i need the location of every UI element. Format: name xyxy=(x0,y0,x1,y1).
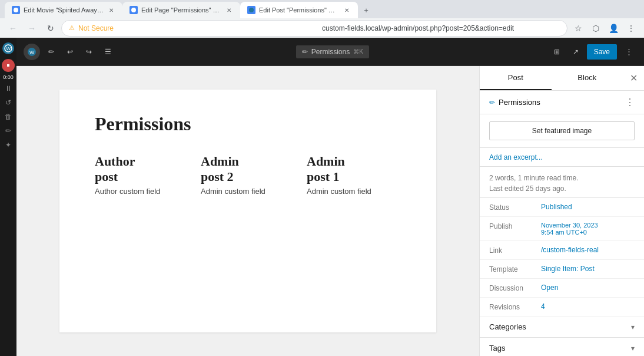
browser-chrome: Edit Movie "Spirited Away" ← e... ✕ Edit… xyxy=(0,0,644,38)
permissions-section-header: ✏ Permissions ⋮ xyxy=(480,91,644,114)
categories-chevron-icon: ▾ xyxy=(631,323,635,331)
details-button[interactable]: ☰ xyxy=(100,44,116,60)
reload-button[interactable]: ↻ xyxy=(42,20,59,37)
security-icon: ⚠ xyxy=(69,24,75,32)
col2-heading-line2: post 2 xyxy=(201,169,234,184)
col2-heading: Admin post 2 xyxy=(201,154,295,184)
sidebar-tabs: Post Block ✕ xyxy=(480,66,644,91)
browser-tab-1[interactable]: Edit Movie "Spirited Away" ← e... ✕ xyxy=(5,2,122,18)
word-count-section: 2 words, 1 minute read time. Last edited… xyxy=(480,167,644,198)
template-row: Template Single Item: Post xyxy=(480,260,644,279)
tab1-title: Edit Movie "Spirited Away" ← e... xyxy=(24,6,104,14)
new-tab-button[interactable]: + xyxy=(358,2,374,18)
page-view-tab[interactable]: ✏ Permissions ⌘K xyxy=(296,45,369,58)
revisions-value[interactable]: 4 xyxy=(541,302,635,311)
tab2-title: Edit Page "Permissions" ← e... xyxy=(141,6,221,14)
editor-content-area: Permissions Author post Author custom fi… xyxy=(16,66,644,356)
tags-section[interactable]: Tags ▾ xyxy=(480,338,644,356)
template-value[interactable]: Single Item: Post xyxy=(541,265,635,273)
link-label: Link xyxy=(489,246,536,255)
tab2-favicon xyxy=(130,6,138,14)
discussion-value[interactable]: Open xyxy=(541,284,635,292)
tab1-favicon xyxy=(12,6,20,14)
record-time: 0:00 xyxy=(3,74,14,80)
wp-admin-logo[interactable]: W xyxy=(24,44,40,60)
topbar-right: ⊞ ↗ Save ⋮ xyxy=(549,44,637,60)
content-col-3: Admin post 1 Admin custom field xyxy=(307,154,401,196)
pause-icon[interactable]: ⏸ xyxy=(2,83,14,94)
tab-block[interactable]: Block xyxy=(552,66,623,90)
edit-tools-button[interactable]: ✏ xyxy=(44,44,59,60)
page-tab-label: Permissions xyxy=(311,48,350,56)
view-button[interactable]: ⊞ xyxy=(549,44,565,60)
categories-label: Categories xyxy=(489,322,526,331)
browser-toolbar: ← → ↻ ⚠ Not Secure custom-fields.local/w… xyxy=(0,18,644,38)
tab1-close[interactable]: ✕ xyxy=(107,6,115,14)
page-title: Permissions xyxy=(95,113,401,135)
featured-image-section: Set featured image xyxy=(480,114,644,148)
content-columns: Author post Author custom field Admin po… xyxy=(95,154,401,196)
discussion-label: Discussion xyxy=(489,284,536,292)
wp-logo[interactable]: W xyxy=(2,42,14,54)
publish-label: Publish xyxy=(489,222,536,230)
wp-editor: W ✏ ↩ ↪ ☰ ✏ Permissions ⌘K ⊞ ↗ Save ⋮ xyxy=(16,38,644,356)
status-value[interactable]: Published xyxy=(541,203,635,211)
external-link-button[interactable]: ↗ xyxy=(568,44,583,60)
col2-heading-line1: Admin xyxy=(201,154,239,169)
svg-text:W: W xyxy=(6,46,11,51)
permissions-more-button[interactable]: ⋮ xyxy=(625,97,635,108)
revisions-row: Revisions 4 xyxy=(480,298,644,317)
transform-icon[interactable]: ✦ xyxy=(2,139,14,151)
set-featured-image-button[interactable]: Set featured image xyxy=(489,121,635,140)
svg-point-0 xyxy=(14,8,18,12)
record-button[interactable] xyxy=(2,59,15,72)
refresh-icon[interactable]: ↺ xyxy=(2,97,14,108)
wp-editor-topbar: W ✏ ↩ ↪ ☰ ✏ Permissions ⌘K ⊞ ↗ Save ⋮ xyxy=(16,38,644,66)
tab-post[interactable]: Post xyxy=(480,66,552,90)
publish-value[interactable]: November 30, 20239:54 am UTC+0 xyxy=(541,222,635,236)
address-bar[interactable]: ⚠ Not Secure custom-fields.local/wp-admi… xyxy=(61,20,567,37)
delete-icon[interactable]: 🗑 xyxy=(2,111,14,123)
status-label: Status xyxy=(489,203,536,212)
extensions-button[interactable]: ⬡ xyxy=(587,20,604,37)
back-button[interactable]: ← xyxy=(5,20,21,37)
discussion-row: Discussion Open xyxy=(480,279,644,298)
menu-button[interactable]: ⋮ xyxy=(623,20,639,37)
forward-button[interactable]: → xyxy=(24,20,40,37)
undo-button[interactable]: ↩ xyxy=(62,44,78,60)
browser-tab-3[interactable]: Edit Post "Permissions" ← e... ✕ xyxy=(240,2,358,18)
svg-text:W: W xyxy=(29,50,35,55)
last-edited-text: Last edited 25 days ago. xyxy=(489,184,635,193)
revisions-label: Revisions xyxy=(489,302,536,311)
editor-sidebar: Post Block ✕ ✏ Permissions ⋮ Set feature… xyxy=(479,66,644,356)
tags-chevron-icon: ▾ xyxy=(631,344,635,352)
redo-button[interactable]: ↪ xyxy=(81,44,97,60)
bookmark-button[interactable]: ☆ xyxy=(570,20,586,37)
col3-text: Admin custom field xyxy=(307,187,401,196)
editor-canvas[interactable]: Permissions Author post Author custom fi… xyxy=(16,66,479,356)
status-row: Status Published xyxy=(480,198,644,217)
col1-text: Author custom field xyxy=(95,187,189,196)
permissions-section-title: Permissions xyxy=(499,98,540,107)
main-layout: W 0:00 ⏸ ↺ 🗑 ✏ ✦ W ✏ ↩ ↪ xyxy=(0,38,644,356)
browser-tab-2[interactable]: Edit Page "Permissions" ← e... ✕ xyxy=(122,2,240,18)
tab3-favicon xyxy=(247,6,255,14)
col1-heading: Author post xyxy=(95,154,189,184)
link-value[interactable]: /custom-fields-real xyxy=(541,246,635,254)
address-text: custom-fields.local/wp-admin/post.php?po… xyxy=(322,24,560,32)
content-col-2: Admin post 2 Admin custom field xyxy=(201,154,295,196)
profile-button[interactable]: 👤 xyxy=(605,20,622,37)
edit-pen-icon[interactable]: ✏ xyxy=(2,125,14,137)
svg-point-2 xyxy=(249,8,254,12)
tab3-close[interactable]: ✕ xyxy=(343,6,351,14)
tab2-close[interactable]: ✕ xyxy=(225,6,233,14)
permissions-label: ✏ Permissions xyxy=(489,98,540,107)
col1-heading-line2: post xyxy=(95,169,118,184)
add-excerpt-link[interactable]: Add an excerpt... xyxy=(489,153,543,161)
word-count-text: 2 words, 1 minute read time. xyxy=(489,174,635,182)
settings-button[interactable]: ⋮ xyxy=(620,44,637,60)
sidebar-close-button[interactable]: ✕ xyxy=(623,66,644,90)
save-button[interactable]: Save xyxy=(587,44,617,60)
categories-section[interactable]: Categories ▾ xyxy=(480,317,644,338)
excerpt-section: Add an excerpt... xyxy=(480,148,644,167)
